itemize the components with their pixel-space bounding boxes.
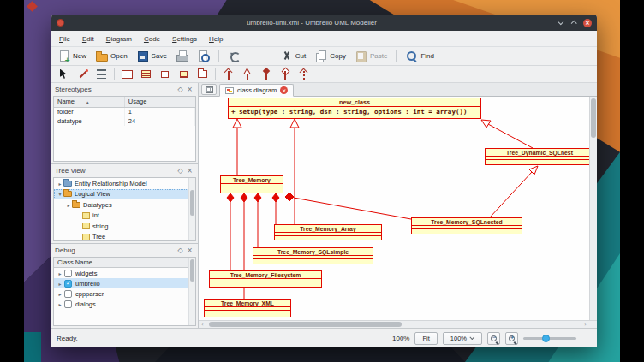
uml-class-tree-memory-filesystem[interactable]: Tree_Memory_Filesystem — [209, 270, 322, 288]
scrollbar-thumb[interactable] — [190, 259, 194, 282]
fit-button[interactable]: Fit — [414, 332, 437, 345]
tree-item-entity-relationship-model[interactable]: Entity Relationship Model — [54, 178, 195, 189]
print-preview-button[interactable] — [195, 49, 212, 64]
zoom-out-button[interactable]: − — [487, 332, 500, 345]
checkbox[interactable] — [64, 270, 72, 277]
table-row[interactable]: folder 1 — [54, 107, 195, 116]
debug-item-widgets[interactable]: widgets — [54, 268, 195, 278]
stereotypes-dock: Stereotypes ◇ × Name▴ Usage — [51, 83, 198, 164]
text-tool[interactable] — [93, 67, 110, 81]
minimize-button[interactable] — [558, 19, 564, 25]
save-button[interactable]: Save — [134, 49, 169, 64]
generalization-tool[interactable] — [239, 67, 255, 81]
tab-class-diagram[interactable]: class diagram × — [219, 84, 294, 97]
scrollbar-thumb[interactable] — [190, 190, 194, 216]
dock-close-button[interactable]: × — [185, 85, 194, 94]
open-button[interactable]: Open — [93, 49, 129, 64]
maximize-button[interactable] — [571, 21, 577, 27]
uml-class-tree-memory-sqlnested[interactable]: Tree_Memory_SQLnested — [411, 217, 522, 234]
select-tool[interactable] — [56, 67, 72, 81]
tree-view-scrollbar[interactable] — [188, 178, 195, 240]
zoom-slider[interactable] — [523, 332, 576, 344]
tree-item-tree[interactable]: Tree — [54, 232, 195, 242]
checkbox-checked[interactable] — [64, 280, 72, 288]
dock-float-button[interactable]: ◇ — [176, 166, 185, 175]
grid-icon — [206, 86, 213, 93]
debug-item-dialogs[interactable]: dialogs — [54, 299, 195, 309]
print-button[interactable] — [174, 49, 190, 64]
menu-help[interactable]: Help — [203, 33, 229, 45]
debug-item-cppparser[interactable]: cppparser — [54, 288, 195, 299]
column-header-name[interactable]: Name▴ — [54, 97, 124, 107]
debug-item-umbrello[interactable]: umbrello — [54, 278, 195, 288]
undo-button[interactable] — [226, 49, 242, 64]
dock-close-button[interactable]: × — [185, 166, 194, 175]
datatype-tool[interactable] — [157, 67, 173, 81]
close-button[interactable]: × — [583, 19, 592, 27]
tree-item-string[interactable]: string — [54, 221, 195, 232]
dock-float-button[interactable]: ◇ — [176, 85, 185, 94]
zoom-in-button[interactable]: + — [505, 332, 518, 345]
zoom-combobox[interactable]: 100% — [443, 332, 482, 345]
canvas-horizontal-scrollbar[interactable]: ‹ › — [199, 320, 597, 328]
menu-code[interactable]: Code — [138, 33, 166, 45]
tree-item-datatypes[interactable]: Datatypes — [54, 199, 195, 211]
checkbox[interactable] — [64, 290, 72, 298]
package-tool[interactable] — [194, 67, 211, 81]
paste-button[interactable]: Paste — [353, 49, 389, 64]
uml-class-tree-dynamic-sqlnest[interactable]: Tree_Dynamic_SQLnest — [485, 148, 589, 165]
scroll-right-arrow[interactable]: › — [581, 321, 589, 328]
dock-float-button[interactable]: ◇ — [176, 246, 185, 255]
uml-class-tree-memory-array[interactable]: Tree_Memory_Array — [274, 224, 382, 240]
uml-class-tree-memory-sqlsimple[interactable]: Tree_Memory_SQLsimple — [253, 247, 373, 264]
copy-button[interactable]: Copy — [313, 49, 348, 64]
cut-button[interactable]: Cut — [278, 49, 307, 64]
diagram-list-button[interactable] — [201, 84, 217, 95]
pen-tool[interactable] — [75, 67, 91, 81]
scroll-left-arrow[interactable]: ‹ — [199, 321, 206, 328]
association-tool[interactable] — [220, 67, 236, 81]
expander-icon[interactable] — [57, 181, 63, 187]
expander-icon[interactable] — [57, 301, 63, 307]
diagram-canvas[interactable]: new_class + setup(type : string, dsn : s… — [199, 97, 589, 320]
checkbox[interactable] — [64, 300, 72, 308]
class-tool[interactable] — [138, 67, 154, 81]
find-button[interactable]: Find — [403, 49, 436, 64]
uml-class-tree-memory-xml[interactable]: Tree_Memory_XML — [204, 299, 291, 317]
tab-close-icon[interactable]: × — [280, 86, 288, 94]
dependency-tool[interactable] — [295, 67, 312, 81]
canvas-vertical-scrollbar[interactable] — [589, 97, 597, 320]
menu-edit[interactable]: Edit — [76, 33, 100, 45]
dock-close-button[interactable]: × — [185, 246, 194, 255]
expander-icon[interactable] — [57, 281, 63, 287]
debug-scrollbar[interactable] — [188, 258, 195, 325]
scrollbar-thumb[interactable] — [591, 98, 596, 138]
enum-tool[interactable] — [176, 67, 192, 81]
menu-settings[interactable]: Settings — [166, 33, 203, 45]
table-row[interactable]: datatype 24 — [54, 116, 195, 126]
slider-track[interactable] — [523, 337, 576, 340]
aggregation-tool[interactable] — [277, 67, 293, 81]
redo-button[interactable] — [247, 49, 264, 64]
expander-icon[interactable] — [57, 270, 63, 276]
column-header-usage[interactable]: Usage — [124, 97, 194, 107]
uml-class-new-class[interactable]: new_class + setup(type : string, dsn : s… — [228, 98, 481, 119]
text-lines-icon — [97, 69, 106, 79]
box-tool[interactable] — [119, 67, 135, 81]
tree-item-logical-view[interactable]: Logical View — [54, 189, 195, 200]
new-button[interactable]: New — [56, 49, 88, 64]
expander-icon[interactable] — [57, 291, 63, 297]
expander-icon[interactable] — [65, 202, 72, 208]
titlebar[interactable]: umbrello-uml.xmi - Umbrello UML Modeller… — [51, 15, 597, 31]
uml-class-tree-memory[interactable]: Tree_Memory — [220, 175, 283, 193]
debug-column-header[interactable]: Class Name — [54, 258, 195, 268]
menu-diagram[interactable]: Diagram — [100, 33, 138, 45]
menu-file[interactable]: File — [53, 33, 76, 45]
slider-handle[interactable] — [542, 335, 550, 342]
folder-icon — [72, 202, 80, 208]
zoom-percent-label: 100% — [392, 335, 409, 342]
composition-tool[interactable] — [258, 67, 274, 81]
tree-item-int[interactable]: int — [54, 211, 195, 222]
scrollbar-thumb[interactable] — [209, 322, 402, 327]
expander-icon[interactable] — [57, 191, 63, 197]
